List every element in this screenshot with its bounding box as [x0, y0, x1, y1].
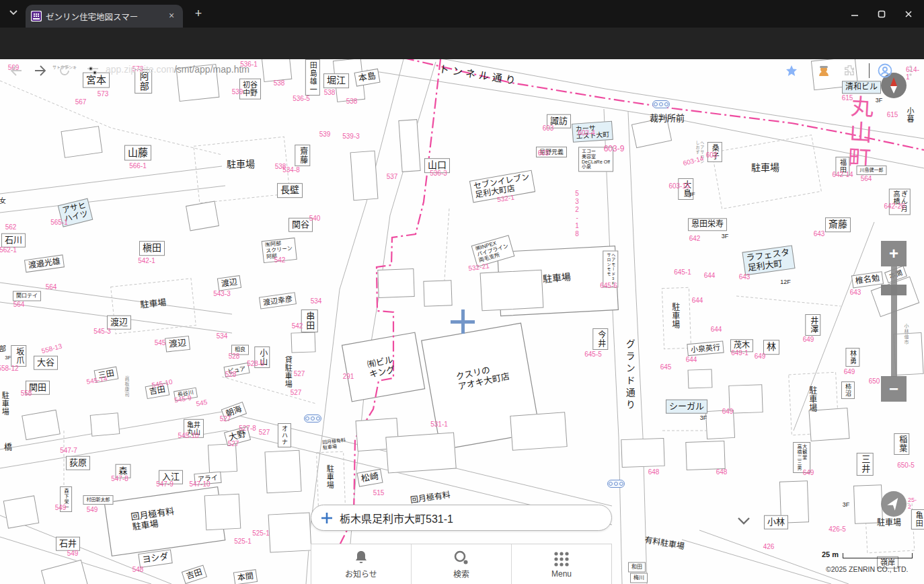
zoom-slider-track[interactable]	[891, 266, 897, 377]
map-label: 565-1	[50, 219, 68, 226]
map-label: 558	[21, 390, 32, 397]
tab-strip: ゼンリン住宅地図スマー × +	[0, 0, 924, 28]
map-label: 542-1	[138, 257, 155, 264]
address-search-bar[interactable]: 栃木県足利市大町531-1	[311, 505, 612, 531]
map-label: 525-1	[234, 538, 252, 545]
browser-menu-kebab-button[interactable]	[901, 62, 920, 79]
tab-search-chevron[interactable]	[8, 8, 19, 16]
profile-button[interactable]	[876, 62, 894, 79]
map-label: 547-7	[60, 447, 77, 454]
map-label: 3F	[689, 192, 695, 198]
map-label: 543-3	[213, 290, 231, 297]
map-label: 梅川	[630, 573, 648, 583]
map-label: 642	[689, 235, 701, 242]
extensions-puzzle-button[interactable]	[840, 62, 859, 79]
bus-stop-icon	[652, 100, 670, 108]
map-label: 642-20	[884, 203, 904, 210]
map-label: 串田	[301, 309, 318, 332]
browser-tab[interactable]: ゼンリン住宅地図スマー ×	[26, 5, 183, 28]
favicon-zenrin	[31, 11, 42, 22]
map-label: 562-1	[0, 246, 17, 254]
my-location-button[interactable]	[880, 490, 907, 517]
map-label: 643	[814, 230, 825, 238]
map-label: 564	[861, 175, 872, 182]
map-canvas[interactable]: 宮本阿部山藤アサヒ ハイツ石川渡邉光雄関口テイ槇田駐車場駐車場渡辺渡辺渡辺渡辺幸…	[0, 0, 924, 584]
window-minimize-button[interactable]	[847, 7, 862, 21]
map-label: 545	[155, 339, 166, 346]
collapse-search-chevron[interactable]	[737, 517, 750, 525]
map-label: 527	[291, 389, 302, 396]
map-label: 649	[755, 353, 766, 360]
building	[264, 450, 301, 494]
map-scale: 25 m	[822, 550, 913, 558]
building	[377, 268, 414, 298]
bus-stop-icon	[607, 480, 625, 488]
window-close-button[interactable]	[901, 7, 916, 21]
map-label: 547-8	[111, 475, 128, 482]
map-label: 貸駐車場	[284, 356, 292, 388]
url-bar[interactable]: app.zip-site.com/smt/app/map.htm	[106, 64, 249, 75]
new-tab-button[interactable]: +	[191, 7, 206, 21]
map-label: 渡辺	[165, 336, 190, 352]
map-label: 今井	[592, 328, 608, 350]
map-label: 642-14	[832, 171, 853, 178]
forward-button[interactable]	[31, 62, 50, 79]
building	[350, 151, 378, 200]
map-label: 駐車場	[670, 303, 679, 330]
map-label: 眞板康司	[124, 376, 129, 398]
map-label: 540	[309, 215, 321, 222]
map-label: 堀江	[323, 73, 349, 88]
building	[204, 494, 241, 531]
nav-item-menu[interactable]: Menu	[511, 544, 611, 584]
scale-bar	[843, 553, 913, 558]
building	[808, 408, 849, 441]
location-arrow-icon	[880, 490, 907, 517]
nav-item-notices[interactable]: お知らせ	[311, 544, 411, 584]
map-label: 長壁	[277, 183, 303, 198]
map-label: 603	[543, 124, 554, 132]
map-label: 603-4	[578, 129, 595, 137]
map-label: 3F	[5, 355, 11, 361]
map-label: 田島雄一	[305, 59, 320, 96]
building	[186, 200, 219, 231]
window-maximize-button[interactable]	[874, 7, 889, 21]
tab-title: ゼンリン住宅地図スマー	[46, 10, 161, 23]
map-label: 644	[686, 356, 697, 363]
map-label: 部	[0, 345, 6, 353]
building	[510, 412, 567, 451]
map-label: 駐車場	[751, 163, 779, 174]
map-label: 537	[387, 173, 398, 180]
back-button[interactable]	[7, 62, 26, 79]
map-label: 稲葉	[894, 433, 909, 455]
bell-icon	[352, 549, 370, 567]
building	[90, 412, 120, 437]
map-label: 525-1	[252, 530, 270, 537]
map-label: 649	[803, 336, 814, 343]
map-label: グランド通り	[624, 339, 635, 412]
reload-button[interactable]	[55, 62, 74, 79]
map-label: 12F	[780, 279, 791, 285]
building	[291, 332, 315, 353]
map-label: 林勇	[845, 348, 859, 367]
map-label: 538	[346, 98, 358, 105]
map-label: 549	[87, 506, 98, 513]
map-label: 丸山町	[847, 94, 901, 173]
tab-close-icon[interactable]: ×	[165, 10, 178, 22]
browser-toolbar: app.zip-site.com/smt/app/map.htm	[0, 28, 924, 59]
zoom-slider-handle[interactable]	[881, 285, 907, 295]
bookmark-star-button[interactable]	[782, 62, 801, 79]
building	[398, 119, 420, 172]
map-label: 和田	[628, 562, 646, 573]
site-info-button[interactable]	[83, 62, 102, 79]
map-label: 坂爪	[11, 345, 26, 367]
building	[3, 495, 39, 529]
map-label: 567	[75, 98, 87, 106]
zoom-in-button[interactable]: +	[881, 241, 907, 266]
zoom-out-button[interactable]: −	[881, 376, 907, 402]
map-label: 534	[311, 297, 322, 305]
map-label: 648	[716, 468, 728, 476]
nav-item-search[interactable]: 検索	[411, 544, 511, 584]
user-avatar-icon[interactable]	[814, 62, 833, 79]
map-label: 528	[225, 371, 237, 378]
map-label: 532-18	[573, 190, 580, 238]
